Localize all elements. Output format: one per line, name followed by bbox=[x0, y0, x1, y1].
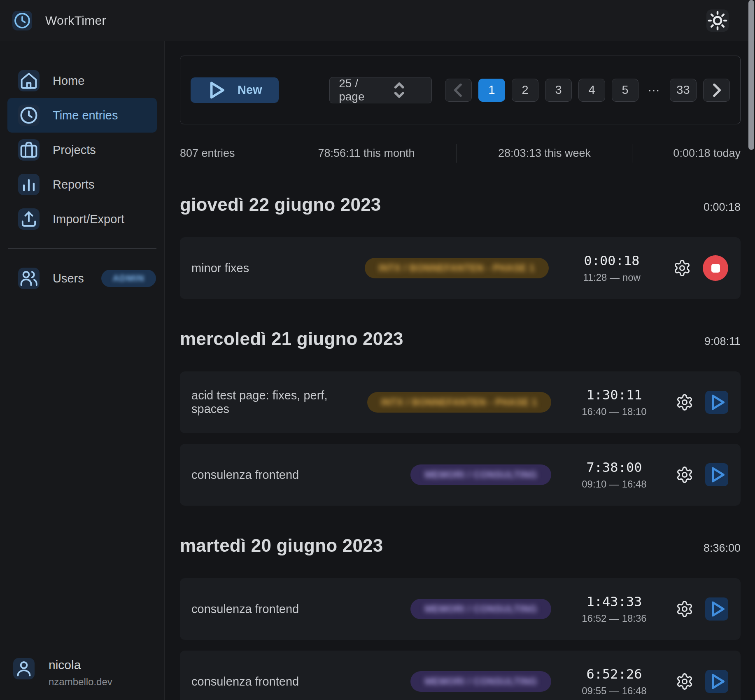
time-entry-days: giovedì 22 giugno 2023 0:00:18 minor fix… bbox=[180, 194, 741, 700]
sidebar-nav: Home Time entries Projects Reports Impor… bbox=[0, 41, 164, 236]
stat-today: 0:00:18 today bbox=[632, 147, 741, 160]
project-badge: INTX / BONNEFANTEN - PHASE 1 bbox=[365, 258, 549, 278]
start-timer-button[interactable] bbox=[705, 463, 728, 486]
stop-icon bbox=[711, 264, 720, 273]
sidebar-item-reports[interactable]: Reports bbox=[0, 167, 164, 202]
start-timer-button[interactable] bbox=[705, 597, 728, 621]
entry-time-range: 09:55 — 16:48 bbox=[582, 685, 646, 697]
start-timer-button[interactable] bbox=[705, 670, 728, 693]
day-date: giovedì 22 giugno 2023 bbox=[180, 194, 381, 215]
time-entry-card: consulenza frontend MEMORI / CONSULTING … bbox=[180, 651, 741, 700]
entry-title: minor fixes bbox=[191, 261, 365, 275]
entry-time-block: 1:30:11 16:40 — 18:10 bbox=[567, 387, 662, 418]
stat-total-entries: 807 entries bbox=[180, 147, 276, 160]
time-entry-card: consulenza frontend MEMORI / CONSULTING … bbox=[180, 578, 741, 640]
pager: 12345 ⋯ 33 bbox=[445, 79, 730, 102]
sidebar-item-users[interactable]: Users ADMIN bbox=[0, 268, 164, 289]
day-section: mercoledì 21 giugno 2023 9:08:11 acid te… bbox=[180, 329, 741, 506]
page-size-select[interactable]: 25 / page bbox=[329, 77, 432, 103]
scrollbar-thumb[interactable] bbox=[748, 0, 754, 150]
user-profile[interactable]: nicola nzambello.dev bbox=[13, 658, 112, 688]
entry-settings-button[interactable] bbox=[676, 600, 694, 618]
new-entry-button[interactable]: New bbox=[191, 77, 279, 103]
stat-this-month: 78:56:11 this month bbox=[276, 147, 457, 160]
entry-time-block: 0:00:18 11:28 — now bbox=[564, 253, 659, 283]
day-header: mercoledì 21 giugno 2023 9:08:11 bbox=[180, 329, 741, 353]
entry-duration: 1:30:11 bbox=[587, 387, 642, 403]
day-date: martedì 20 giugno 2023 bbox=[180, 535, 383, 556]
day-total: 0:00:18 bbox=[704, 201, 741, 214]
page-button-5[interactable]: 5 bbox=[612, 79, 638, 102]
sidebar-item-home[interactable]: Home bbox=[0, 63, 164, 98]
entry-title: consulenza frontend bbox=[191, 675, 410, 688]
entry-settings-button[interactable] bbox=[676, 672, 694, 691]
page-button-3[interactable]: 3 bbox=[545, 79, 572, 102]
day-section: giovedì 22 giugno 2023 0:00:18 minor fix… bbox=[180, 194, 741, 299]
time-entry-card: minor fixes INTX / BONNEFANTEN - PHASE 1… bbox=[180, 237, 741, 299]
sidebar: Home Time entries Projects Reports Impor… bbox=[0, 41, 165, 700]
pager-ellipsis: ⋯ bbox=[645, 83, 663, 97]
profile-name: nicola bbox=[49, 658, 112, 672]
day-header: giovedì 22 giugno 2023 0:00:18 bbox=[180, 194, 741, 219]
entry-time-block: 7:38:00 09:10 — 16:48 bbox=[567, 460, 662, 490]
entry-settings-button[interactable] bbox=[676, 466, 694, 484]
users-icon-box bbox=[18, 268, 40, 289]
entry-duration: 6:52:26 bbox=[587, 666, 642, 682]
project-badge: INTX / BONNEFANTEN - PHASE 1 bbox=[367, 392, 551, 413]
entry-time-range: 16:40 — 18:10 bbox=[582, 406, 646, 418]
prev-page-button[interactable] bbox=[445, 79, 472, 102]
entry-settings-button[interactable] bbox=[673, 259, 691, 277]
entry-time-range: 16:52 — 18:36 bbox=[582, 613, 646, 624]
day-total: 8:36:00 bbox=[704, 542, 741, 555]
day-entries: consulenza frontend MEMORI / CONSULTING … bbox=[180, 578, 741, 700]
sidebar-item-projects[interactable]: Projects bbox=[0, 133, 164, 167]
stop-timer-button[interactable] bbox=[703, 255, 728, 281]
profile-domain: nzambello.dev bbox=[49, 676, 112, 688]
day-section: martedì 20 giugno 2023 8:36:00 consulenz… bbox=[180, 535, 741, 700]
entry-title: consulenza frontend bbox=[191, 602, 410, 616]
project-badge: MEMORI / CONSULTING bbox=[410, 671, 551, 692]
pagination-controls: 25 / page 12345 ⋯ 33 bbox=[329, 77, 730, 103]
theme-toggle-button[interactable] bbox=[706, 9, 729, 32]
sidebar-item-import-export[interactable]: Import/Export bbox=[0, 202, 164, 236]
page-number-buttons: 12345 bbox=[478, 79, 638, 102]
page-button-2[interactable]: 2 bbox=[512, 79, 538, 102]
entry-time-range: 11:28 — now bbox=[583, 272, 641, 283]
new-button-label: New bbox=[238, 83, 262, 97]
next-page-button[interactable] bbox=[703, 79, 730, 102]
users-label: Users bbox=[53, 272, 84, 285]
app-title: WorkTimer bbox=[45, 14, 106, 28]
entry-title: consulenza frontend bbox=[191, 468, 410, 482]
entry-time-block: 6:52:26 09:55 — 16:48 bbox=[567, 666, 662, 697]
time-entry-card: consulenza frontend MEMORI / CONSULTING … bbox=[180, 444, 741, 506]
time-entry-card: acid test page: fixes, perf, spaces INTX… bbox=[180, 371, 741, 433]
toolbar: New 25 / page 12345 ⋯ 33 bbox=[180, 56, 741, 124]
page-size-value: 25 / page bbox=[339, 77, 366, 103]
entry-time-range: 09:10 — 16:48 bbox=[582, 478, 646, 490]
stat-this-week: 28:03:13 this week bbox=[457, 147, 632, 160]
start-timer-button[interactable] bbox=[705, 391, 728, 414]
sidebar-item-time-entries[interactable]: Time entries bbox=[7, 98, 157, 133]
project-badge: MEMORI / CONSULTING bbox=[410, 599, 551, 619]
main-content: New 25 / page 12345 ⋯ 33 807 entries 7 bbox=[165, 41, 755, 700]
page-button-4[interactable]: 4 bbox=[578, 79, 605, 102]
user-icon-box bbox=[13, 658, 35, 679]
stats-row: 807 entries 78:56:11 this month 28:03:13… bbox=[180, 142, 741, 165]
entry-title: acid test page: fixes, perf, spaces bbox=[191, 389, 367, 416]
top-bar: WorkTimer bbox=[0, 0, 755, 41]
entry-duration: 1:43:33 bbox=[587, 594, 642, 609]
page-button-1[interactable]: 1 bbox=[478, 79, 505, 102]
project-badge: MEMORI / CONSULTING bbox=[410, 464, 551, 485]
entry-settings-button[interactable] bbox=[676, 393, 694, 411]
day-entries: minor fixes INTX / BONNEFANTEN - PHASE 1… bbox=[180, 237, 741, 299]
last-page-button[interactable]: 33 bbox=[670, 79, 697, 102]
sidebar-divider bbox=[8, 248, 156, 249]
day-entries: acid test page: fixes, perf, spaces INTX… bbox=[180, 371, 741, 506]
entry-time-block: 1:43:33 16:52 — 18:36 bbox=[567, 594, 662, 624]
day-date: mercoledì 21 giugno 2023 bbox=[180, 329, 403, 349]
app-logo bbox=[12, 11, 32, 30]
entry-duration: 0:00:18 bbox=[584, 253, 640, 268]
admin-badge: ADMIN bbox=[101, 270, 156, 287]
day-header: martedì 20 giugno 2023 8:36:00 bbox=[180, 535, 741, 560]
entry-duration: 7:38:00 bbox=[587, 460, 642, 475]
